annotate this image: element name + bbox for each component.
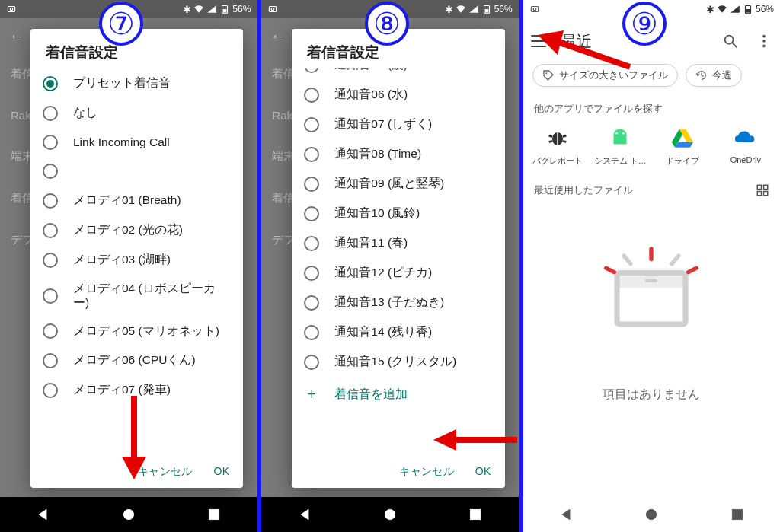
ringtone-option[interactable]: メロディ05 (マリオネット) bbox=[35, 317, 238, 346]
svg-rect-13 bbox=[471, 509, 481, 519]
ringtone-label: 通知音13 (子だぬき) bbox=[334, 295, 444, 311]
ringtone-option[interactable]: 通知音05 (波) bbox=[296, 68, 500, 80]
recent-header-label: 最近使用したファイル bbox=[534, 183, 633, 197]
back-arrow-icon[interactable]: ← bbox=[9, 27, 24, 45]
radio-icon bbox=[43, 288, 58, 304]
svg-point-4 bbox=[123, 509, 133, 519]
svg-rect-37 bbox=[757, 185, 761, 189]
ringtone-label: なし bbox=[73, 105, 98, 121]
panel-9: ✱ 56% 最近 サイズの大きいファイル 今週 bbox=[521, 0, 780, 532]
ringtone-option[interactable]: 通知音08 (Time) bbox=[296, 139, 500, 169]
ringtone-option[interactable]: 通知音10 (風鈴) bbox=[296, 199, 500, 228]
ringtone-option[interactable]: 通知音11 (春) bbox=[296, 228, 500, 258]
svg-line-47 bbox=[606, 268, 615, 272]
app-bugreport[interactable]: バグレポート bbox=[531, 125, 584, 167]
ringtone-option[interactable]: 通知音12 (ピチカ) bbox=[296, 258, 500, 288]
nav-back-icon[interactable] bbox=[35, 507, 50, 522]
app-onedrive[interactable]: OneDriv bbox=[719, 125, 772, 167]
chip-label: 今週 bbox=[712, 68, 732, 82]
ok-button[interactable]: OK bbox=[475, 465, 491, 479]
wifi-icon bbox=[193, 4, 204, 14]
app-system-traces[interactable]: システム ト… bbox=[593, 125, 647, 167]
svg-point-20 bbox=[725, 36, 734, 44]
radio-icon bbox=[304, 236, 319, 251]
ringtone-option[interactable]: 通知音06 (水) bbox=[296, 80, 500, 110]
radio-icon bbox=[304, 325, 319, 340]
nav-home-icon[interactable] bbox=[121, 507, 136, 522]
radio-icon bbox=[304, 206, 319, 221]
ringtone-option[interactable]: プリセット着信音 bbox=[35, 68, 238, 98]
empty-state: 項目はありません bbox=[523, 228, 780, 403]
ringtone-label: メロディ04 (ロボスピーカー) bbox=[73, 282, 231, 310]
app-drive[interactable]: ドライブ bbox=[656, 125, 709, 167]
ringtone-option[interactable]: メロディ04 (ロボスピーカー) bbox=[35, 275, 238, 317]
cancel-button[interactable]: キャンセル bbox=[399, 465, 454, 479]
ringtone-option[interactable]: 通知音14 (残り香) bbox=[296, 317, 500, 347]
svg-rect-3 bbox=[223, 9, 227, 13]
ok-button[interactable]: OK bbox=[214, 465, 230, 479]
search-icon[interactable] bbox=[722, 33, 739, 49]
ringtone-option[interactable]: メロディ01 (Breath) bbox=[35, 186, 238, 215]
svg-point-12 bbox=[385, 509, 395, 519]
ringtone-list[interactable]: 通知音05 (波) 通知音06 (水)通知音07 (しずく)通知音08 (Tim… bbox=[292, 68, 504, 457]
scroll-down-arrow bbox=[119, 396, 149, 479]
svg-line-31 bbox=[563, 141, 566, 142]
ringtone-option[interactable]: メロディ02 (光の花) bbox=[35, 215, 238, 245]
nav-recent-icon[interactable] bbox=[206, 507, 222, 522]
svg-point-24 bbox=[762, 45, 766, 48]
radio-icon bbox=[304, 295, 319, 311]
svg-point-17 bbox=[533, 8, 536, 11]
add-ringtone-button[interactable]: +着信音を追加 bbox=[296, 377, 500, 413]
radio-icon bbox=[43, 106, 58, 121]
back-arrow-icon[interactable]: ← bbox=[270, 27, 286, 45]
signal-icon bbox=[730, 4, 740, 14]
ringtone-label: メロディ02 (光の花) bbox=[73, 222, 183, 238]
radio-icon bbox=[43, 223, 58, 238]
radio-icon bbox=[304, 177, 319, 192]
ringtone-label: 通知音06 (水) bbox=[334, 87, 408, 103]
svg-rect-39 bbox=[757, 192, 761, 196]
add-ringtone-label: 着信音を追加 bbox=[334, 387, 408, 403]
svg-rect-38 bbox=[763, 185, 767, 189]
ringtone-option[interactable]: なし bbox=[35, 98, 238, 128]
android-navbar bbox=[523, 497, 780, 532]
ringtone-option[interactable]: 通知音09 (風と竪琴) bbox=[296, 169, 500, 199]
nav-recent-icon[interactable] bbox=[468, 507, 483, 522]
ringtone-option[interactable]: 通知音13 (子だぬき) bbox=[296, 288, 500, 317]
android-icon bbox=[607, 125, 633, 151]
radio-icon bbox=[43, 135, 58, 150]
more-icon[interactable] bbox=[756, 33, 772, 49]
ringtone-option[interactable]: メロディ03 (湖畔) bbox=[35, 245, 238, 275]
ringtone-label: プリセット着信音 bbox=[73, 75, 171, 91]
nav-home-icon[interactable] bbox=[644, 507, 659, 522]
svg-point-23 bbox=[762, 40, 766, 43]
panel-8: ✱ 56% ← 着信 Rak 端末 着信 デフ 着信音設定 通知音05 (波) bbox=[259, 0, 520, 532]
ringtone-option[interactable]: 通知音07 (しずく) bbox=[296, 110, 500, 139]
nav-back-icon[interactable] bbox=[558, 507, 574, 522]
nav-home-icon[interactable] bbox=[382, 507, 398, 522]
ringtone-option[interactable] bbox=[35, 157, 238, 186]
nav-back-icon[interactable] bbox=[297, 507, 312, 522]
android-navbar bbox=[0, 497, 257, 532]
svg-line-28 bbox=[548, 135, 551, 136]
apps-row: バグレポート システム ト… ドライブ OneDriv bbox=[523, 120, 780, 177]
recent-files-header: 最近使用したファイル bbox=[523, 177, 780, 203]
chip-this-week[interactable]: 今週 bbox=[686, 64, 742, 87]
ringtone-label: 通知音12 (ピチカ) bbox=[334, 265, 432, 281]
ringtone-option[interactable]: 通知音15 (クリスタル) bbox=[296, 347, 500, 377]
step-badge-8: ⑧ bbox=[365, 2, 409, 46]
ringtone-option[interactable]: Link Incoming Call bbox=[35, 128, 238, 157]
grid-view-icon[interactable] bbox=[756, 183, 769, 197]
camera-status-icon bbox=[6, 4, 17, 14]
ringtone-label: 通知音08 (Time) bbox=[334, 146, 421, 162]
ringtone-option[interactable]: メロディ06 (CPUくん) bbox=[35, 346, 238, 375]
battery-text: 56% bbox=[494, 4, 513, 14]
dialog-actions: キャンセル OK bbox=[292, 457, 504, 488]
svg-marker-36 bbox=[676, 142, 694, 148]
svg-marker-15 bbox=[433, 429, 456, 451]
ringtone-label: Link Incoming Call bbox=[73, 135, 170, 149]
battery-text: 56% bbox=[756, 4, 774, 14]
nav-recent-icon[interactable] bbox=[730, 507, 745, 522]
camera-status-icon bbox=[267, 4, 278, 14]
panel-7: ✱ 56% ← 着信 Rak 端末 着信 デフ 着信音設定 プリセット着信音なし… bbox=[0, 0, 259, 532]
